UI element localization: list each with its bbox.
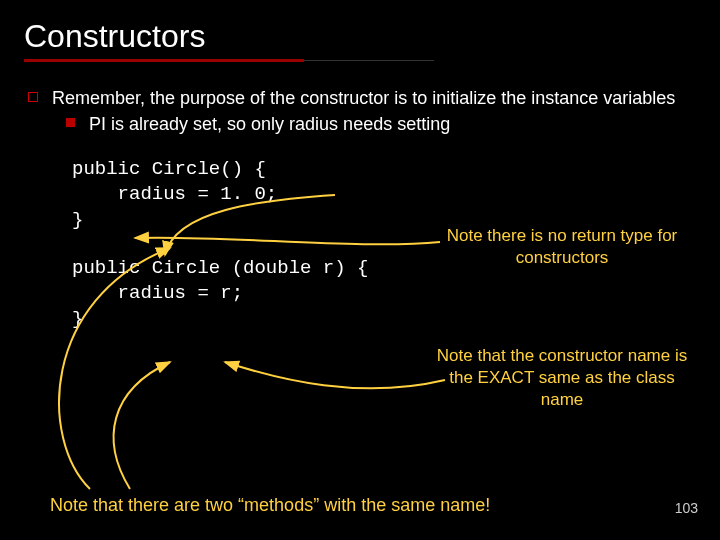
square-bullet-icon <box>28 92 38 102</box>
bottom-annotation: Note that there are two “methods” with t… <box>50 495 490 516</box>
bullet-text: Remember, the purpose of the constructor… <box>52 86 675 110</box>
title-rule <box>24 59 304 62</box>
bullet-item: Remember, the purpose of the constructor… <box>28 86 696 110</box>
code-block-1: public Circle() { radius = 1. 0; } <box>72 157 696 234</box>
slide: Constructors Remember, the purpose of th… <box>0 0 720 540</box>
sub-bullet-item: PI is already set, so only radius needs … <box>66 112 696 136</box>
sub-bullet-text: PI is already set, so only radius needs … <box>89 112 450 136</box>
page-title: Constructors <box>24 18 696 55</box>
page-number: 103 <box>675 500 698 516</box>
annotation-2: Note that the constructor name is the EX… <box>432 345 692 411</box>
annotation-1: Note there is no return type for constru… <box>432 225 692 269</box>
square-bullet-solid-icon <box>66 118 75 127</box>
content-area: Remember, the purpose of the constructor… <box>24 86 696 332</box>
